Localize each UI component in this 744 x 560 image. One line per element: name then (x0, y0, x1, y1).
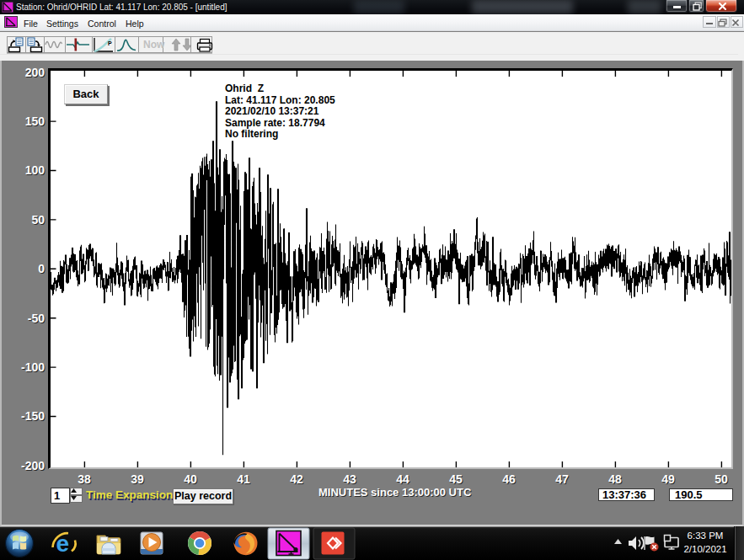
svg-text:P: P (108, 40, 112, 46)
svg-text:Now: Now (143, 39, 165, 51)
